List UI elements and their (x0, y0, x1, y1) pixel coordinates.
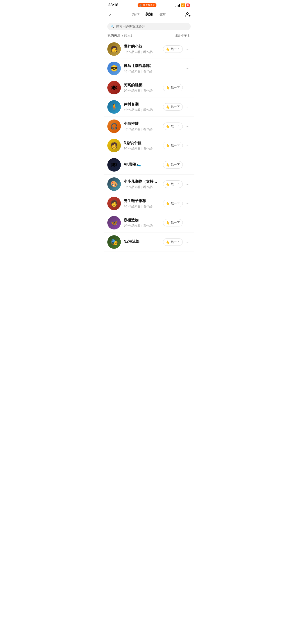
nav-bar: ‹ 粉丝 关注 朋友 (104, 9, 194, 22)
user-meta: 8个作品未看|看作品› (124, 127, 160, 131)
user-name: 彦祖造物 (124, 218, 160, 223)
user-meta: 3个作品未看|看作品› (124, 50, 160, 54)
poke-button[interactable]: 👆 戳一下 (163, 161, 183, 168)
avatar[interactable]: 🦋 (107, 216, 121, 230)
tab-friends[interactable]: 朋友 (158, 12, 166, 18)
user-meta: 6个作品未看|看作品› (124, 185, 160, 189)
poke-button[interactable]: 👆 戳一下 (163, 180, 183, 188)
user-name: 梵高的鞋柜. (124, 83, 160, 88)
sort-button[interactable]: 综合排序 1↓ (175, 34, 191, 38)
avatar[interactable]: 🎭 (107, 235, 121, 249)
more-button[interactable]: ··· (185, 162, 191, 168)
user-actions: 👆 戳一下 ··· (163, 103, 191, 111)
battery: 8 (186, 4, 190, 7)
more-button[interactable]: ··· (185, 65, 191, 72)
status-bar: 23:18 🔗 快手极速版 📶 8 (104, 0, 194, 9)
user-name: 小小凡潮物（支持原创） (124, 179, 160, 184)
user-actions: 👆 戳一下 ··· (163, 219, 191, 226)
wifi-icon: 📶 (181, 3, 185, 7)
user-meta: 6个作品未看|看作品› (124, 88, 160, 93)
nav-tabs: 粉丝 关注 朋友 (132, 12, 166, 18)
list-item: 🕷 AK毒液🥿 👆 戳一下 ··· (104, 155, 194, 174)
poke-button[interactable]: 👆 戳一下 (163, 219, 183, 226)
avatar[interactable]: 🧑 (107, 197, 121, 210)
user-info: 斑马【潮流总部】 8个作品未看|看作品› (124, 64, 182, 74)
user-meta: 2个作品未看|看作品› (124, 224, 160, 228)
tab-following[interactable]: 关注 (145, 12, 153, 18)
search-icon: 🔍 (111, 25, 114, 28)
hand-icon: 👆 (166, 48, 170, 51)
avatar[interactable]: 🎨 (107, 178, 121, 191)
poke-button[interactable]: 👆 戳一下 (163, 103, 183, 111)
avatar[interactable]: 🧍 (107, 100, 121, 114)
poke-button[interactable]: 👆 戳一下 (163, 122, 183, 130)
hand-icon: 👆 (166, 163, 170, 167)
user-name: AK毒液🥿 (124, 162, 160, 167)
user-actions: 👆 戳一下 ··· (163, 142, 191, 149)
search-input[interactable] (116, 25, 187, 28)
avatar[interactable]: 🎧 (107, 120, 121, 133)
list-item: 🧍 井树名潮 5个作品未看|看作品› 👆 戳一下 ··· (104, 98, 194, 117)
user-actions: 👆 戳一下 ··· (163, 122, 191, 130)
app-badge: 🔗 快手极速版 (137, 3, 157, 7)
section-title: 我的关注（28人） (107, 34, 134, 38)
user-actions: 👆 戳一下 ··· (163, 238, 191, 246)
more-button[interactable]: ··· (185, 181, 191, 188)
list-item: 🦋 彦祖造物 2个作品未看|看作品› 👆 戳一下 ··· (104, 213, 194, 232)
user-info: Nz潮流部 (124, 239, 160, 245)
user-meta: 8个作品未看|看作品› (124, 69, 182, 74)
user-actions: 👆 戳一下 ··· (163, 84, 191, 91)
more-button[interactable]: ··· (185, 200, 191, 207)
list-item: 🕷 梵高的鞋柜. 6个作品未看|看作品› 👆 戳一下 ··· (104, 78, 194, 98)
list-item: 😎 斑马【潮流总部】 8个作品未看|看作品› ··· (104, 59, 194, 78)
avatar[interactable]: 🕷 (107, 81, 121, 94)
hand-icon: 👆 (166, 144, 170, 148)
tab-fans[interactable]: 粉丝 (132, 12, 140, 18)
status-time: 23:18 (108, 3, 118, 8)
more-button[interactable]: ··· (185, 142, 191, 149)
poke-button[interactable]: 👆 戳一下 (163, 84, 183, 91)
user-info: 小小凡潮物（支持原创） 6个作品未看|看作品› (124, 179, 160, 189)
more-button[interactable]: ··· (185, 239, 191, 246)
user-meta: 5个作品未看|看作品› (124, 108, 160, 112)
svg-point-0 (187, 12, 188, 14)
user-actions: 👆 戳一下 ··· (163, 45, 191, 53)
user-name: 男生鞋子推荐 (124, 198, 160, 204)
avatar[interactable]: 🧑 (107, 139, 121, 152)
user-name: 小白推鞋 (124, 121, 160, 126)
section-header: 我的关注（28人） 综合排序 1↓ (104, 32, 194, 40)
avatar[interactable]: 😎 (107, 62, 121, 75)
more-button[interactable]: ··· (185, 46, 191, 52)
status-right: 📶 8 (176, 3, 190, 7)
hand-icon: 👆 (166, 86, 170, 90)
list-item: 🧑 D总说个鞋 7个作品未看|看作品› 👆 戳一下 ··· (104, 136, 194, 155)
user-name: 懂鞋的小叔 (124, 44, 160, 49)
poke-button[interactable]: 👆 戳一下 (163, 238, 183, 246)
user-info: 男生鞋子推荐 8个作品未看|看作品› (124, 198, 160, 208)
back-button[interactable]: ‹ (107, 11, 113, 19)
poke-button[interactable]: 👆 戳一下 (163, 200, 183, 207)
user-actions: 👆 戳一下 ··· (163, 180, 191, 188)
poke-button[interactable]: 👆 戳一下 (163, 45, 183, 53)
hand-icon: 👆 (166, 202, 170, 205)
poke-button[interactable]: 👆 戳一下 (163, 142, 183, 149)
search-bar[interactable]: 🔍 (107, 23, 191, 30)
more-button[interactable]: ··· (185, 123, 191, 130)
more-button[interactable]: ··· (185, 84, 191, 91)
user-info: AK毒液🥿 (124, 162, 160, 168)
user-info: D总说个鞋 7个作品未看|看作品› (124, 141, 160, 151)
hand-icon: 👆 (166, 124, 170, 128)
user-name: D总说个鞋 (124, 141, 160, 146)
add-user-button[interactable] (185, 12, 191, 18)
more-button[interactable]: ··· (185, 104, 191, 110)
user-info: 梵高的鞋柜. 6个作品未看|看作品› (124, 83, 160, 93)
more-button[interactable]: ··· (185, 220, 191, 226)
hand-icon: 👆 (166, 182, 170, 186)
list-item: 🎧 小白推鞋 8个作品未看|看作品› 👆 戳一下 ··· (104, 117, 194, 136)
user-info: 懂鞋的小叔 3个作品未看|看作品› (124, 44, 160, 54)
hand-icon: 👆 (166, 221, 170, 224)
user-actions: 👆 戳一下 ··· (163, 200, 191, 207)
hand-icon: 👆 (166, 105, 170, 109)
avatar[interactable]: 🕷 (107, 158, 121, 172)
avatar[interactable]: 🧑 (107, 42, 121, 56)
